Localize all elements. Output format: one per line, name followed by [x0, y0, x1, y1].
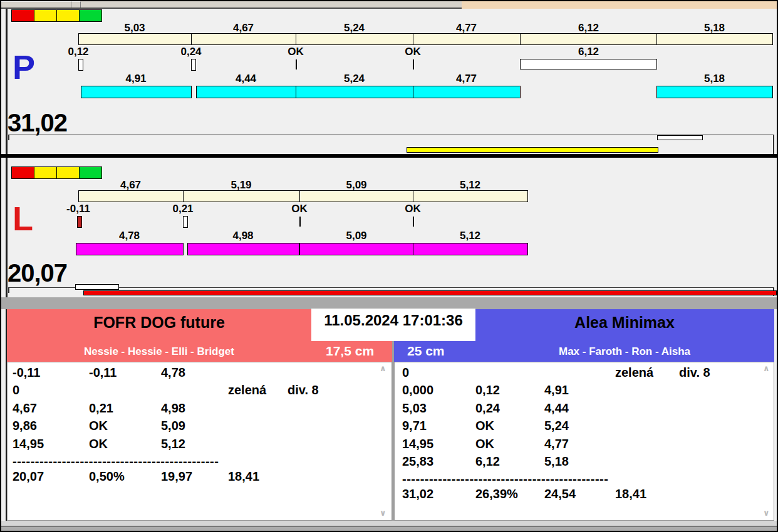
section-time-label: 5,09 [299, 230, 413, 242]
team-size-left: 17,5 cm [326, 344, 374, 359]
section-bar-bottom [296, 86, 413, 98]
progress-marker [657, 135, 703, 140]
section-bar-bottom [413, 243, 528, 255]
legend-swatch [11, 166, 34, 179]
section-time-label: 4,67 [191, 22, 296, 34]
team-dogs-right: Max - Faroth - Ron - Aisha [475, 345, 774, 358]
scroll-down-icon[interactable]: ∨ [763, 508, 770, 518]
section-bar-top [656, 33, 773, 45]
team-size-right: 25 cm [407, 344, 445, 359]
diff-label: OK [385, 46, 441, 58]
section-bar-bottom [413, 86, 521, 98]
section-time-label: 5,18 [656, 22, 772, 34]
diff-label: OK [385, 203, 441, 215]
diff-label: 6,12 [520, 46, 657, 58]
diff-label: 0,21 [155, 203, 211, 215]
section-bar-bottom [76, 243, 184, 255]
diff-tick-line [299, 217, 301, 227]
section-bar-top [520, 33, 658, 45]
race-tracks-area: P31,025,030,124,914,670,244,445,24OK5,24… [1, 1, 777, 297]
datetime-display: 11.05.2024 17:01:36 [311, 309, 475, 341]
track-letter: P [13, 50, 35, 84]
section-bar-top [296, 33, 413, 45]
section-time-label: 4,78 [76, 230, 183, 242]
section-time-label: 4,77 [413, 22, 520, 34]
diff-tick-line [413, 59, 414, 69]
baseline-end-tick [8, 135, 9, 140]
diff-tick-box [78, 59, 83, 71]
scroll-up-icon[interactable]: ∧ [763, 364, 770, 373]
diff-tick-box [77, 216, 82, 228]
progress-bar [407, 147, 658, 153]
section-bar-bottom [81, 86, 192, 98]
app-window: P31,025,030,124,914,670,244,445,24OK5,24… [0, 0, 778, 532]
track-letter: L [13, 202, 33, 235]
section-time-label: 4,91 [81, 73, 191, 85]
status-strip-dark [1, 527, 777, 531]
baseline-end-tick [773, 135, 774, 154]
section-time-label: 5,19 [183, 179, 299, 192]
legend-swatch [11, 9, 34, 22]
scroll-down-icon[interactable]: ∨ [380, 508, 386, 518]
section-time-label: 5,12 [413, 230, 527, 242]
section-time-label: 4,77 [413, 73, 520, 85]
diff-tick-line [413, 217, 414, 227]
section-bar-bottom [299, 243, 414, 255]
section-time-label: 5,12 [413, 179, 527, 192]
status-strip-light [1, 521, 777, 526]
team-name-left: FOFR DOG future [7, 314, 311, 332]
track-baseline [8, 287, 774, 288]
track-total-time: 31,02 [8, 109, 67, 136]
scroll-up-icon[interactable]: ∧ [380, 364, 386, 373]
section-bar-bottom [196, 86, 296, 98]
legend-swatch [34, 9, 57, 22]
section-time-label: 4,98 [187, 230, 299, 242]
legend-swatch [56, 9, 80, 22]
section-time-label: 5,24 [296, 22, 413, 34]
section-bar-top [183, 190, 300, 202]
diff-label: OK [271, 203, 328, 215]
progress-marker [75, 284, 119, 290]
diff-tick-box [183, 216, 188, 228]
section-divider-band [1, 297, 777, 309]
baseline-end-tick [8, 287, 9, 293]
section-bar-bottom [656, 86, 773, 98]
section-time-label: 5,09 [299, 179, 413, 192]
results-list-right[interactable] [394, 362, 774, 521]
diff-tick-line [296, 59, 297, 69]
diff-label: -0,11 [50, 203, 106, 215]
section-time-label: 5,24 [296, 73, 413, 85]
diff-label: 0,12 [50, 46, 106, 58]
team-name-right: Alea Minimax [475, 314, 774, 332]
legend-swatch [56, 166, 80, 179]
legend-swatch [79, 166, 102, 179]
section-time-label: 4,67 [78, 179, 183, 192]
section-bar-top [413, 33, 521, 45]
section-bar-top [299, 190, 414, 202]
section-time-label: 5,18 [656, 73, 772, 85]
panel-divider [1, 154, 777, 158]
missing-section-bar [520, 59, 657, 69]
diff-label: OK [267, 46, 324, 58]
legend-swatch [79, 9, 102, 22]
diff-label: 0,24 [163, 46, 219, 58]
diff-tick-box [191, 59, 196, 71]
section-bar-bottom [187, 243, 299, 255]
results-list-left[interactable] [7, 362, 392, 521]
panel-gap [392, 309, 394, 524]
section-time-label: 5,03 [78, 22, 191, 34]
section-bar-top [191, 33, 296, 45]
team-dogs-left: Nessie - Hessie - Elli - Bridget [7, 345, 311, 358]
section-bar-top [78, 33, 192, 45]
progress-bar [83, 290, 777, 295]
legend-swatch [34, 166, 57, 179]
track-total-time: 20,07 [8, 259, 67, 287]
section-bar-top [78, 190, 184, 202]
section-time-label: 6,12 [520, 22, 657, 34]
section-bar-top [413, 190, 528, 202]
section-time-label: 4,44 [196, 73, 296, 85]
